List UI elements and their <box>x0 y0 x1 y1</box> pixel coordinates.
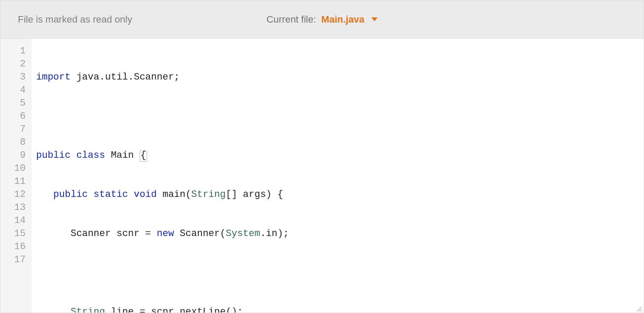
matched-brace: { <box>140 150 147 162</box>
line-number: 8 <box>0 136 26 149</box>
line-number: 4 <box>0 84 26 97</box>
readonly-status: File is marked as read only <box>18 14 132 25</box>
current-file-label: Current file: <box>267 14 316 25</box>
line-number: 11 <box>0 175 26 188</box>
code-line <box>36 266 644 280</box>
code-line: import java.util.Scanner; <box>36 71 644 84</box>
code-line: String line = scnr.nextLine(); <box>36 306 644 313</box>
code-line: public static void main(String[] args) { <box>36 188 644 201</box>
editor-body: 1234567891011121314151617 import java.ut… <box>0 39 644 313</box>
line-number: 5 <box>0 97 26 110</box>
code-line: public class Main { <box>36 149 644 162</box>
code-area: import java.util.Scanner; public class M… <box>32 39 644 313</box>
line-number: 1 <box>0 45 26 58</box>
editor-container: File is marked as read only Current file… <box>0 0 644 313</box>
line-number: 14 <box>0 214 26 227</box>
chevron-down-icon[interactable] <box>371 17 377 21</box>
line-number: 15 <box>0 227 26 240</box>
svg-line-2 <box>641 310 641 311</box>
line-number: 7 <box>0 123 26 136</box>
editor-header: File is marked as read only Current file… <box>0 0 644 39</box>
resize-handle-icon[interactable] <box>636 306 642 312</box>
line-number: 10 <box>0 162 26 175</box>
line-number: 6 <box>0 110 26 123</box>
line-number: 16 <box>0 240 26 253</box>
code-line <box>36 110 644 123</box>
line-number: 12 <box>0 188 26 201</box>
code-line: Scanner scnr = new Scanner(System.in); <box>36 227 644 240</box>
line-number: 13 <box>0 201 26 214</box>
line-number: 17 <box>0 253 26 266</box>
file-selector[interactable]: Current file: Main.java <box>267 14 378 25</box>
line-number: 9 <box>0 149 26 162</box>
line-gutter: 1234567891011121314151617 <box>0 39 32 313</box>
line-number: 3 <box>0 71 26 84</box>
current-file-name[interactable]: Main.java <box>321 14 364 25</box>
line-number: 2 <box>0 58 26 71</box>
